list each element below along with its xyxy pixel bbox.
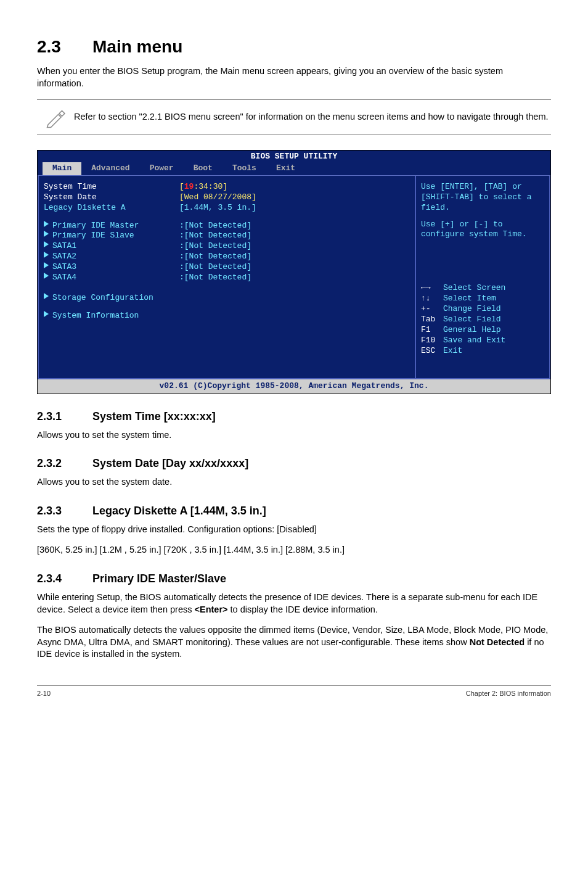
bios-left-pane: System Time [19:34:30] System Date [Wed …: [38, 176, 415, 379]
bios-screenshot: BIOS SETUP UTILITY Main Advanced Power B…: [37, 150, 551, 394]
key-sym: ESC: [421, 346, 443, 357]
body-232: Allows you to set the system date.: [37, 476, 551, 489]
ide-row[interactable]: SATA1:[Not Detected]: [44, 241, 410, 252]
system-date-value[interactable]: [Wed 08/27/2008]: [179, 192, 256, 203]
body-233a: Sets the type of floppy drive installed.…: [37, 524, 551, 536]
page-heading: 2.3Main menu: [37, 37, 551, 57]
legacy-diskette-value[interactable]: [1.44M, 3.5 in.]: [179, 203, 256, 213]
key-sym: F10: [421, 336, 443, 346]
key-sym: +-: [421, 304, 443, 315]
legacy-diskette-label[interactable]: Legacy Diskette A: [44, 203, 179, 213]
note-block: Refer to section "2.2.1 BIOS menu screen…: [37, 99, 551, 135]
bios-title: BIOS SETUP UTILITY: [38, 151, 550, 162]
pencil-icon: [37, 106, 74, 128]
triangle-icon: [44, 252, 49, 258]
triangle-icon: [44, 311, 49, 317]
storage-config-row[interactable]: Storage Configuration: [44, 293, 410, 303]
bios-help-pane: Use [ENTER], [TAB] or [SHIFT-TAB] to sel…: [415, 176, 550, 379]
page-number: 2-10: [37, 690, 51, 697]
triangle-icon: [44, 293, 49, 299]
section-title: Main menu: [92, 37, 182, 56]
triangle-icon: [44, 231, 49, 237]
triangle-icon: [44, 262, 49, 268]
bios-footer: v02.61 (C)Copyright 1985-2008, American …: [38, 379, 550, 394]
triangle-icon: [44, 273, 49, 279]
body-234-p1: While entering Setup, the BIOS automatic…: [37, 592, 551, 616]
tab-main[interactable]: Main: [43, 162, 81, 175]
heading-231: 2.3.1System Time [xx:xx:xx]: [37, 410, 551, 423]
key-sym: ←→: [421, 283, 443, 294]
tab-exit[interactable]: Exit: [266, 162, 305, 175]
ide-row[interactable]: Primary IDE Master:[Not Detected]: [44, 221, 410, 231]
ide-row[interactable]: SATA2:[Not Detected]: [44, 252, 410, 262]
triangle-icon: [44, 221, 49, 227]
system-info-row[interactable]: System Information: [44, 311, 410, 321]
help-text-1: Use [ENTER], [TAB] or [SHIFT-TAB] to sel…: [421, 182, 544, 213]
system-time-value[interactable]: 19: [184, 182, 194, 191]
intro-paragraph: When you enter the BIOS Setup program, t…: [37, 65, 551, 89]
note-text: Refer to section "2.2.1 BIOS menu screen…: [74, 111, 551, 123]
ide-row[interactable]: Primary IDE Slave:[Not Detected]: [44, 231, 410, 241]
key-sym: F1: [421, 325, 443, 336]
key-sym: Tab: [421, 315, 443, 325]
ide-row[interactable]: SATA4:[Not Detected]: [44, 273, 410, 283]
heading-233: 2.3.3Legacy Diskette A [1.44M, 3.5 in.]: [37, 505, 551, 518]
ide-row[interactable]: SATA3:[Not Detected]: [44, 262, 410, 273]
help-keys: ←→Select Screen ↑↓Select Item +-Change F…: [421, 283, 544, 356]
body-233b: [360K, 5.25 in.] [1.2M , 5.25 in.] [720K…: [37, 544, 551, 556]
section-number: 2.3: [37, 37, 92, 57]
help-text-2: Use [+] or [-] to configure system Time.: [421, 220, 544, 241]
tab-boot[interactable]: Boot: [184, 162, 223, 175]
system-time-label: System Time: [44, 182, 179, 192]
tab-advanced[interactable]: Advanced: [81, 162, 139, 175]
heading-232: 2.3.2System Date [Day xx/xx/xxxx]: [37, 457, 551, 470]
system-date-label: System Date: [44, 192, 179, 203]
triangle-icon: [44, 241, 49, 247]
key-sym: ↑↓: [421, 294, 443, 304]
tab-power[interactable]: Power: [140, 162, 184, 175]
body-234-p2: The BIOS automatically detects the value…: [37, 624, 551, 661]
bios-tab-bar: Main Advanced Power Boot Tools Exit: [38, 162, 550, 175]
body-231: Allows you to set the system time.: [37, 429, 551, 442]
page-footer: 2-10 Chapter 2: BIOS information: [37, 685, 551, 697]
tab-tools[interactable]: Tools: [223, 162, 266, 175]
heading-234: 2.3.4Primary IDE Master/Slave: [37, 572, 551, 585]
chapter-label: Chapter 2: BIOS information: [466, 690, 551, 697]
